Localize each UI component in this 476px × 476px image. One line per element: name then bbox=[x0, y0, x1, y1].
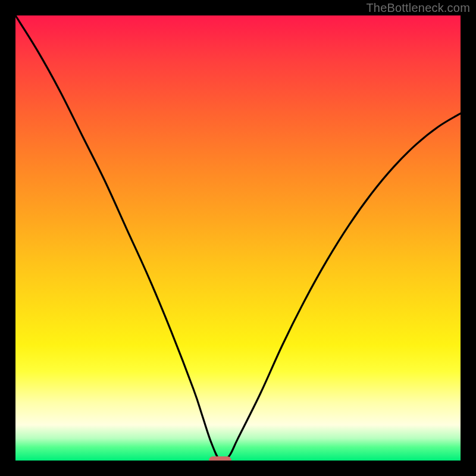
chart-frame: TheBottleneck.com bbox=[0, 0, 476, 476]
minimum-marker bbox=[209, 456, 231, 461]
watermark-text: TheBottleneck.com bbox=[366, 1, 470, 15]
curve-layer bbox=[15, 15, 461, 461]
bottleneck-curve bbox=[15, 15, 461, 461]
plot-area bbox=[15, 15, 461, 461]
